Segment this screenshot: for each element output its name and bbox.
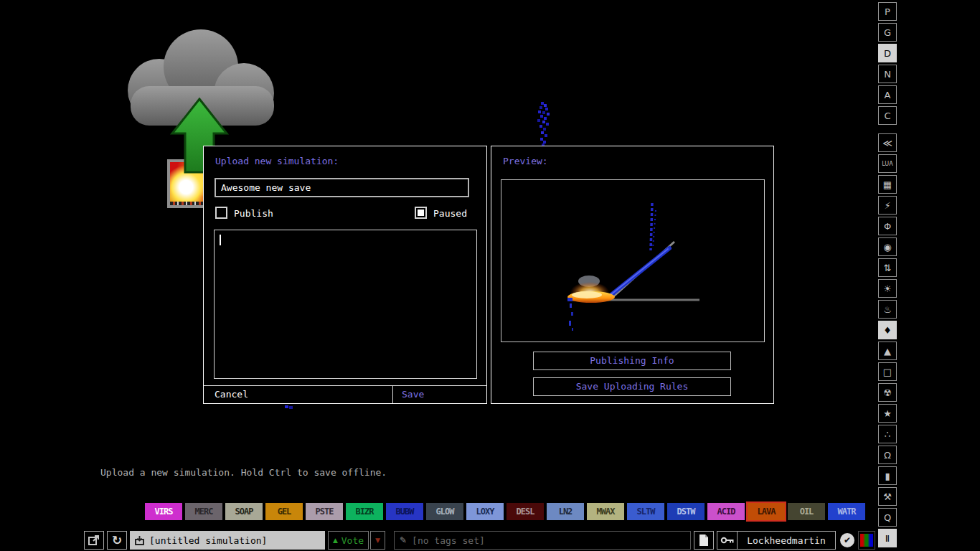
publish-label: Publish [234, 208, 273, 219]
element-watr[interactable]: WATR [828, 503, 865, 520]
element-dstw[interactable]: DSTW [667, 503, 705, 520]
category-powders-icon[interactable]: ▲ [878, 342, 897, 360]
element-gel[interactable]: GEL [265, 503, 303, 520]
tags-text: [no tags set] [412, 535, 485, 546]
sampler-tool-icon[interactable]: ⚒ [878, 487, 897, 506]
category-solids-icon[interactable]: □ [878, 362, 897, 381]
element-soap[interactable]: SOAP [225, 503, 263, 520]
element-acid[interactable]: ACID [707, 503, 745, 520]
element-desl[interactable]: DESL [507, 503, 544, 520]
element-loxy[interactable]: LOXY [466, 503, 504, 520]
username-text: Lockheedmartin [738, 535, 835, 546]
new-document-icon [699, 534, 709, 547]
text-caret [220, 235, 221, 245]
checkbox-row: Publish Paused [204, 207, 486, 220]
paused-label: Paused [433, 208, 467, 219]
save-uploading-rules-button[interactable]: Save Uploading Rules [533, 377, 731, 396]
element-glow[interactable]: GLOW [426, 503, 463, 520]
description-textarea[interactable] [214, 230, 477, 379]
preview-title: Preview: [503, 156, 548, 166]
element-lava[interactable]: LAVA [748, 503, 785, 520]
sandbox-settings-button[interactable]: ✔ [839, 531, 856, 550]
publishing-info-button[interactable]: Publishing Info [533, 352, 731, 370]
element-palette: VIRS MERC SOAP GEL PSTE BIZR BUBW GLOW L… [145, 503, 865, 520]
preview-simulation-image [501, 180, 764, 342]
water-splash-particles [534, 100, 537, 103]
sidebar: P G D N A C ≪ LUA ▦ ⚡ Φ ◉ ⇅ ☀ ♨ ♦ ▲ □ ☢ … [878, 2, 897, 547]
element-virs[interactable]: VIRS [145, 503, 182, 520]
element-pste[interactable]: PSTE [306, 503, 343, 520]
reload-icon: ↻ [112, 533, 122, 547]
category-decorations-icon[interactable]: ▮ [878, 466, 897, 485]
element-sltw[interactable]: SLTW [627, 503, 664, 520]
sim-name-text: [untitled simulation] [149, 535, 267, 546]
upload-dialog: Upload new simulation: Publish Paused Ca… [203, 146, 487, 404]
dialog-title: Upload new simulation: [215, 156, 339, 166]
vote-down-button[interactable]: ▼ [370, 531, 385, 550]
preview-image-frame [501, 179, 765, 342]
vote-up-button[interactable]: ▲ Vote [328, 531, 369, 550]
menu-button-p[interactable]: P [878, 2, 897, 21]
status-text: Upload a new simulation. Hold Ctrl to sa… [100, 467, 387, 478]
category-gases-icon[interactable]: ♨ [878, 300, 897, 319]
element-bubw[interactable]: BUBW [386, 503, 423, 520]
save-name-input[interactable] [215, 178, 469, 197]
publish-checkbox[interactable] [215, 207, 227, 219]
menu-button-d[interactable]: D [878, 44, 897, 62]
clear-simulation-button[interactable] [694, 531, 714, 550]
category-force-icon[interactable]: ⇅ [878, 258, 897, 277]
reload-button[interactable]: ↻ [107, 531, 127, 550]
category-walls-icon[interactable]: ▦ [878, 175, 897, 194]
category-sensors-icon[interactable]: ◉ [878, 237, 897, 256]
water-speck [285, 405, 288, 408]
element-bizr[interactable]: BIZR [346, 503, 383, 520]
expand-menu-button[interactable]: ≪ [878, 133, 897, 152]
tags-bar[interactable]: ✎ [no tags set] [394, 531, 691, 550]
check-circle-icon: ✔ [840, 533, 854, 547]
element-mwax[interactable]: MWAX [587, 503, 624, 520]
dialog-footer: Cancel Save [204, 385, 486, 403]
category-special-icon[interactable]: ★ [878, 404, 897, 423]
tag-edit-icon: ✎ [400, 535, 407, 545]
category-liquids-icon[interactable]: ♦ [878, 321, 897, 339]
zoom-tool-icon[interactable]: Q [878, 508, 897, 527]
lua-console-button[interactable]: LUA [878, 154, 897, 173]
menu-button-g[interactable]: G [878, 23, 897, 42]
category-explosives-icon[interactable]: ☀ [878, 279, 897, 298]
element-ln2[interactable]: LN2 [547, 503, 584, 520]
vote-up-label: Vote [341, 535, 364, 546]
save-disk-icon [134, 535, 145, 546]
cancel-button[interactable]: Cancel [204, 386, 392, 403]
category-radioactive-icon[interactable]: ☢ [878, 383, 897, 402]
menu-button-c[interactable]: C [878, 106, 897, 125]
key-icon [717, 532, 738, 549]
category-life-icon[interactable]: ∴ [878, 425, 897, 443]
preview-panel: Preview: [491, 146, 774, 404]
open-icon [88, 534, 100, 547]
powder-toy-window: Upload new simulation: Publish Paused Ca… [0, 0, 980, 551]
category-electronics-icon[interactable]: ⚡ [878, 196, 897, 215]
display-mode-button[interactable] [858, 531, 875, 550]
save-name-bar[interactable]: [untitled simulation] [130, 531, 325, 550]
menu-button-n[interactable]: N [878, 65, 897, 83]
vote-up-icon: ▲ [333, 537, 338, 544]
menu-button-a[interactable]: A [878, 85, 897, 104]
category-tools-icon[interactable]: Ω [878, 446, 897, 464]
vote-down-icon: ▼ [375, 537, 380, 544]
category-powered-icon[interactable]: Φ [878, 217, 897, 235]
paused-checkbox[interactable] [415, 207, 427, 219]
save-button[interactable]: Save [393, 386, 486, 403]
open-browser-button[interactable] [84, 531, 104, 550]
pause-button[interactable]: Ⅱ [878, 529, 897, 547]
login-button[interactable]: Lockheedmartin [717, 531, 836, 550]
element-oil[interactable]: OIL [788, 503, 825, 520]
rgb-icon [860, 534, 873, 547]
element-merc[interactable]: MERC [185, 503, 222, 520]
